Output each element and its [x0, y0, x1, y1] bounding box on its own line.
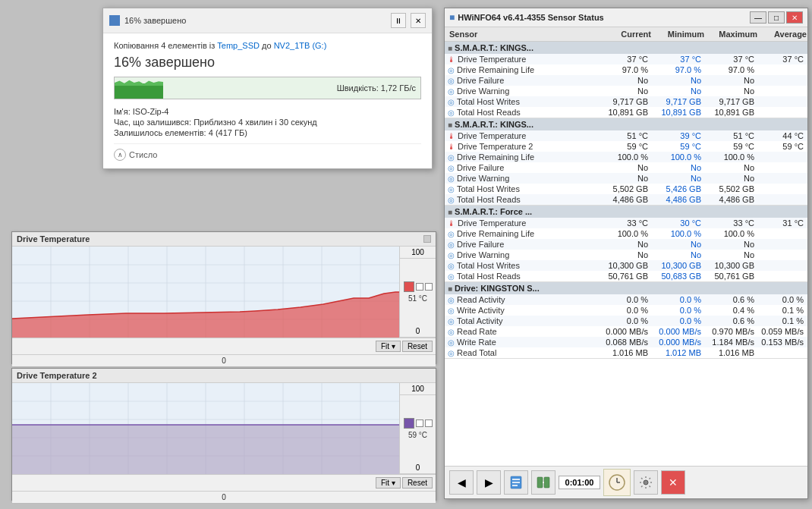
copy-percent-title: 16% завершено: [114, 55, 421, 71]
toolbar-report-btn[interactable]: [504, 470, 528, 495]
sensor-row: 🌡Drive Temperature 37 °C 37 °C 37 °C 37 …: [445, 54, 807, 64]
fit-button-temp2[interactable]: Fit ▾: [376, 477, 401, 489]
current-temp-label-temp2: 59 °C: [408, 431, 427, 439]
info-icon: ◎: [448, 108, 455, 117]
graph-titlebar-temp2: Drive Temperature 2: [12, 369, 436, 383]
sensor-group-header-4: ■ Drive: KINGSTON S...: [445, 282, 807, 294]
dest-path-link[interactable]: NV2_1TB (G:): [274, 41, 327, 50]
info-icon: ◎: [448, 153, 455, 162]
copy-window-title: 16% завершено: [124, 16, 186, 25]
reset-button-temp1[interactable]: Reset: [402, 341, 433, 352]
source-path-link[interactable]: Temp_SSD: [217, 41, 260, 50]
copy-window-controls: ⏸ ✕: [391, 13, 426, 28]
collapse-button[interactable]: ∧ Стисло: [114, 149, 157, 161]
sensor-row: ◎Drive Failure No No No: [445, 75, 807, 86]
swatch-box3[interactable]: [416, 419, 423, 427]
toolbar-fwd-btn[interactable]: ▶: [477, 470, 501, 495]
info-icon: ◎: [448, 174, 455, 183]
copy-info-rows: Ім'я: ISO-Zip-4 Час, що залишився: Прибл…: [114, 107, 421, 137]
sensor-row: ◎Write Activity 0.0 % 0.0 % 0.4 % 0.1 %: [445, 305, 807, 316]
sensor-row: ◎Drive Warning No No No: [445, 86, 807, 96]
info-icon: ◎: [448, 98, 455, 106]
report-icon: [509, 476, 523, 489]
reset-button-temp2[interactable]: Reset: [402, 477, 433, 489]
copy-progress-container: Швидкість: 1,72 ГБ/с: [114, 77, 421, 99]
toolbar-close-btn[interactable]: ✕: [661, 470, 685, 495]
svg-point-37: [644, 480, 648, 485]
clock-button[interactable]: [603, 469, 631, 496]
col-current: Current: [600, 29, 653, 39]
graph-bottom-bar-temp2: 0: [12, 491, 436, 503]
info-icon: ◎: [448, 164, 455, 172]
graph-right-panel-temp1: 100 51 °C 0: [399, 247, 436, 338]
time-display: 0:01:00: [559, 476, 600, 489]
sensor-row: 🌡Drive Temperature 51 °C 39 °C 51 °C 44 …: [445, 130, 807, 141]
info-icon: ◎: [448, 77, 455, 85]
sensor-row: ◎Drive Remaining Life 97.0 % 97.0 % 97.0…: [445, 64, 807, 75]
hwinfo-close-btn[interactable]: ✕: [786, 11, 803, 24]
hwinfo-scroll-area[interactable]: ■ S.M.A.R.T.: KINGS... 🌡Drive Temperatur…: [445, 42, 807, 466]
clock-icon: [608, 473, 626, 492]
pause-button[interactable]: ⏸: [391, 13, 406, 28]
sensor-row: ◎Total Host Writes 5,502 GB 5,426 GB 5,5…: [445, 184, 807, 194]
sensor-row: ◎Drive Remaining Life 100.0 % 100.0 % 10…: [445, 228, 807, 239]
svg-rect-30: [512, 482, 520, 483]
group-label-3: S.M.A.R.T.: Force ...: [455, 207, 532, 216]
graph-svg-temp2: [12, 383, 399, 474]
graph-max-label-temp2: 100: [400, 383, 436, 395]
sensor-row: ◎Total Host Writes 10,300 GB 10,300 GB 1…: [445, 260, 807, 271]
graph-min-label-temp2: 0: [400, 462, 436, 474]
hwinfo-titlebar: ■ HWiNFO64 v6.41-4355 Sensor Status — □ …: [445, 8, 807, 27]
toolbar-back-btn[interactable]: ◀: [449, 470, 474, 495]
copy-time-row: Час, що залишився: Приблизно 4 хвилин і …: [114, 118, 421, 127]
sensor-row: ◎Read Rate 0.000 MB/s 0.000 MB/s 0.970 M…: [445, 326, 807, 337]
swatch-box4[interactable]: [425, 419, 433, 427]
sensor-group-header-2: ■ S.M.A.R.T.: KINGS...: [445, 118, 807, 130]
settings-icon: [639, 476, 653, 489]
group-icon-2: ■: [448, 121, 452, 129]
graph-right-panel-temp2: 100 59 °C 0: [399, 383, 436, 474]
sensor-row: ◎Total Host Reads 50,761 GB 50,683 GB 50…: [445, 271, 807, 281]
hwinfo-maximize-btn[interactable]: □: [768, 11, 785, 24]
info-icon: ◎: [448, 230, 455, 238]
copy-progress-fill: [115, 83, 163, 99]
copy-name-row: Ім'я: ISO-Zip-4: [114, 107, 421, 116]
graph-controls-temp2: 59 °C: [400, 395, 436, 462]
toolbar-compare-btn[interactable]: [531, 470, 555, 495]
swatch-box2[interactable]: [425, 283, 433, 291]
sensor-row: ◎Drive Warning No No No: [445, 250, 807, 260]
copy-title-left: 16% завершено: [109, 15, 186, 26]
temp-icon: 🌡: [448, 55, 455, 64]
sensor-section-4: ■ Drive: KINGSTON S... ◎Read Activity 0.…: [445, 282, 807, 359]
swatch-box1[interactable]: [416, 283, 423, 291]
graph-grid-temp2: [12, 383, 399, 474]
sensor-row: ◎Drive Remaining Life 100.0 % 100.0 % 10…: [445, 152, 807, 162]
color-swatch-temp2[interactable]: [404, 418, 414, 429]
group-icon-3: ■: [448, 208, 452, 216]
sensor-group-header-3: ■ S.M.A.R.T.: Force ...: [445, 206, 807, 218]
hwinfo-minimize-btn[interactable]: —: [750, 11, 766, 24]
graph-buttons-temp2: Fit ▾ Reset: [12, 474, 436, 491]
temp-icon: 🌡: [448, 132, 455, 140]
color-swatch-temp1[interactable]: [404, 281, 414, 292]
copy-window-icon: [109, 15, 120, 26]
sensor-row: ◎Write Rate 0.068 MB/s 0.000 MB/s 1.184 …: [445, 337, 807, 347]
info-icon: ◎: [448, 251, 455, 259]
graph-svg-temp1: [12, 247, 399, 338]
svg-rect-32: [537, 477, 543, 488]
group-label-1: S.M.A.R.T.: KINGS...: [455, 43, 533, 52]
svg-rect-29: [512, 479, 520, 480]
toolbar-settings-btn[interactable]: [634, 470, 658, 495]
graph-scroll-indicator: [423, 235, 431, 243]
info-icon: ◎: [448, 272, 455, 281]
copy-close-button[interactable]: ✕: [411, 13, 426, 28]
sensor-section-1: ■ S.M.A.R.T.: KINGS... 🌡Drive Temperatur…: [445, 42, 807, 118]
info-icon: ◎: [448, 328, 455, 336]
sensor-row: ◎Drive Failure No No No: [445, 239, 807, 250]
col-minimum: Minimum: [653, 29, 706, 39]
sensor-section-2: ■ S.M.A.R.T.: KINGS... 🌡Drive Temperatur…: [445, 118, 807, 206]
copy-actions: ∧ Стисло: [114, 143, 421, 161]
fit-button-temp1[interactable]: Fit ▾: [376, 341, 401, 352]
info-icon: ◎: [448, 66, 455, 74]
sensor-row: ◎Total Host Writes 9,717 GB 9,717 GB 9,7…: [445, 96, 807, 107]
